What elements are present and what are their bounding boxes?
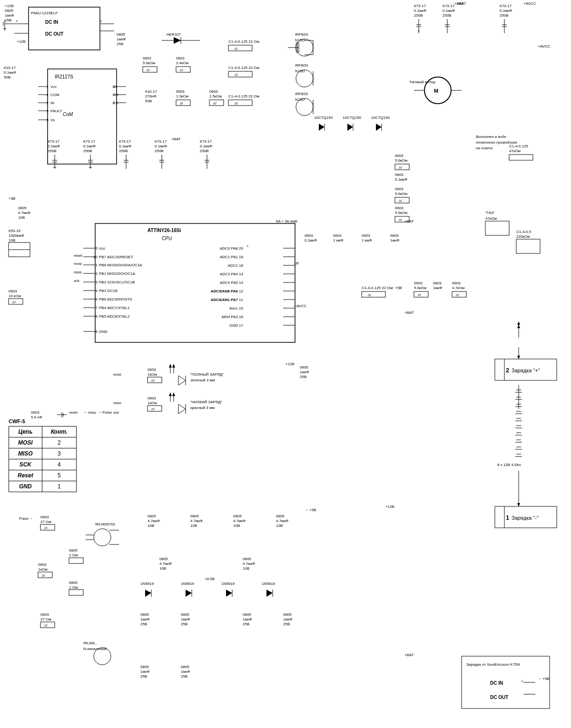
svg-marker-421 (145, 590, 151, 597)
svg-text:1мкФ: 1мкФ (140, 670, 150, 674)
svg-text:///: /// (180, 68, 183, 72)
svg-text:12: 12 (239, 289, 243, 293)
svg-text:///: /// (180, 101, 183, 106)
svg-text:1мкФ: 1мкФ (283, 617, 293, 621)
svg-text:0805: 0805 (159, 557, 168, 561)
svg-text:11: 11 (239, 298, 243, 302)
svg-text:0805: 0805 (190, 514, 199, 518)
svg-text:+12В: +12В (17, 39, 26, 44)
svg-text:Выполнен в виде: Выполнен в виде (476, 135, 506, 139)
svg-text:25В: 25В (300, 375, 306, 379)
svg-text:К73-17: К73-17 (443, 4, 455, 8)
svg-text:///: /// (399, 199, 402, 203)
svg-rect-192 (395, 197, 409, 203)
svg-text:10В: 10В (18, 215, 25, 220)
svg-text:PB3 OC1B: PB3 OC1B (99, 289, 118, 293)
svg-text:ARef PA3: ARef PA3 (221, 315, 238, 319)
svg-text:+BAT: +BAT (454, 1, 464, 6)
svg-text:0.1мкФ: 0.1мкФ (305, 238, 317, 243)
svg-text:ADC5/AN8 PA6: ADC5/AN8 PA6 (211, 289, 238, 293)
svg-text:IRLMS6702: IRLMS6702 (95, 522, 116, 526)
svg-text:0805: 0805 (300, 365, 308, 369)
svg-text:+3В: +3В (9, 196, 15, 201)
svg-text:+BAT: +BAT (171, 137, 181, 141)
svg-text:///: /// (12, 300, 16, 304)
svg-text:0603: 0603 (333, 233, 342, 238)
contact-num: 5 (42, 470, 76, 481)
svg-text:+8.5В: +8.5В (205, 577, 215, 581)
svg-marker-378 (517, 325, 520, 328)
svg-marker-373 (517, 356, 520, 359)
svg-text:HER107: HER107 (167, 32, 181, 37)
svg-text:0603: 0603 (176, 56, 185, 60)
svg-text:47кОм: 47кОм (509, 149, 521, 153)
svg-text:16: 16 (239, 315, 243, 319)
svg-text:1: 1 (96, 263, 98, 267)
svg-text:К73-17: К73-17 (500, 4, 512, 8)
svg-text:5.6кОм: 5.6кОм (395, 158, 407, 163)
svg-rect-305 (452, 291, 466, 297)
svg-text:AVcc: AVcc (229, 306, 238, 311)
svg-text:+12В: +12В (286, 362, 295, 366)
svg-text:2: 2 (506, 367, 509, 374)
svg-text:DC OUT: DC OUT (45, 31, 63, 37)
svg-text:Зарядка "+": Зарядка "+" (512, 368, 540, 373)
svg-text:sck: sck (74, 279, 80, 283)
contact-num: 2 (42, 437, 76, 448)
svg-text:"ПОЛНЫЙ ЗАРЯД": "ПОЛНЫЙ ЗАРЯД" (190, 372, 224, 377)
svg-text:COM: COM (50, 93, 59, 97)
svg-marker-375 (517, 503, 520, 506)
svg-rect-310 (485, 221, 509, 235)
svg-text:250В: 250В (48, 149, 57, 153)
svg-text:miso: miso (113, 401, 121, 405)
svg-text:0805: 0805 (18, 206, 27, 210)
svg-text:1мкФ: 1мкФ (5, 13, 14, 18)
svg-text:1мкФ: 1мкФ (243, 617, 252, 621)
svg-text:6: 6 (96, 330, 98, 334)
svg-text:1мкФ: 1мкФ (390, 238, 400, 243)
svg-text:0603: 0603 (305, 233, 313, 238)
svg-rect-92 (176, 100, 190, 106)
svg-text:К73-17: К73-17 (119, 139, 131, 144)
svg-text:25В: 25В (243, 622, 249, 626)
svg-text:9: 9 (96, 297, 98, 301)
svg-text:4: 4 (96, 289, 98, 293)
svg-text:27 Ом: 27 Ом (40, 520, 51, 524)
svg-text:С1-4-0.125  22 Ом: С1-4-0.125 22 Ом (228, 94, 259, 98)
svg-text:Тяговый мотор: Тяговый мотор (409, 80, 435, 84)
svg-text:К53-15: К53-15 (9, 229, 21, 233)
svg-rect-88 (209, 100, 224, 106)
svg-text:///: /// (151, 407, 155, 411)
svg-text:7: 7 (96, 306, 98, 310)
svg-text:1.5кОм: 1.5кОм (209, 94, 222, 98)
svg-text:PB4 ADC7/XTAL1: PB4 ADC7/XTAL1 (99, 306, 130, 310)
svg-text:1кОм: 1кОм (148, 372, 157, 377)
svg-text:0.1мкФ: 0.1мкФ (119, 144, 131, 148)
svg-text:IRFB33: IRFB33 (295, 32, 308, 37)
svg-text:5.6кОм: 5.6кОм (414, 286, 426, 290)
svg-text:1 Ом: 1 Ом (69, 553, 78, 557)
svg-rect-313 (516, 239, 540, 253)
svg-text:CPU: CPU (162, 236, 172, 241)
svg-text:8 х 12В 4.5Ач: 8 х 12В 4.5Ач (497, 463, 521, 467)
svg-text:0.1мкФ: 0.1мкФ (83, 144, 96, 148)
svg-rect-84 (176, 67, 190, 72)
svg-text:P6AU-1215ELF: P6AU-1215ELF (31, 11, 58, 15)
svg-text:10В: 10В (233, 524, 240, 528)
svg-text:0603: 0603 (395, 154, 404, 158)
svg-rect-23 (48, 69, 117, 164)
contact-num: 3 (42, 448, 76, 459)
svg-text:С1-4-0.125  22 Ом: С1-4-0.125 22 Ом (362, 286, 393, 290)
svg-text:sck: sck (113, 410, 119, 415)
svg-text:ADC2: ADC2 (228, 263, 238, 268)
svg-text:С1-4-0.125  22 Ом: С1-4-0.125 22 Ом (228, 39, 259, 44)
svg-text:Vcc: Vcc (50, 85, 57, 89)
svg-text:5.6кОм: 5.6кОм (395, 211, 407, 215)
circuit-name: Reset (9, 470, 42, 481)
svg-text:4.7мкФ: 4.7мкФ (233, 519, 246, 523)
svg-text:"НИЗКИЙ ЗАРЯД": "НИЗКИЙ ЗАРЯД" (190, 400, 222, 404)
svg-text:К73-17: К73-17 (83, 139, 96, 144)
svg-marker-321 (172, 364, 175, 368)
svg-text:250В: 250В (500, 13, 509, 18)
svg-text:PB7 ADC10/RESET: PB7 ADC10/RESET (99, 255, 133, 259)
